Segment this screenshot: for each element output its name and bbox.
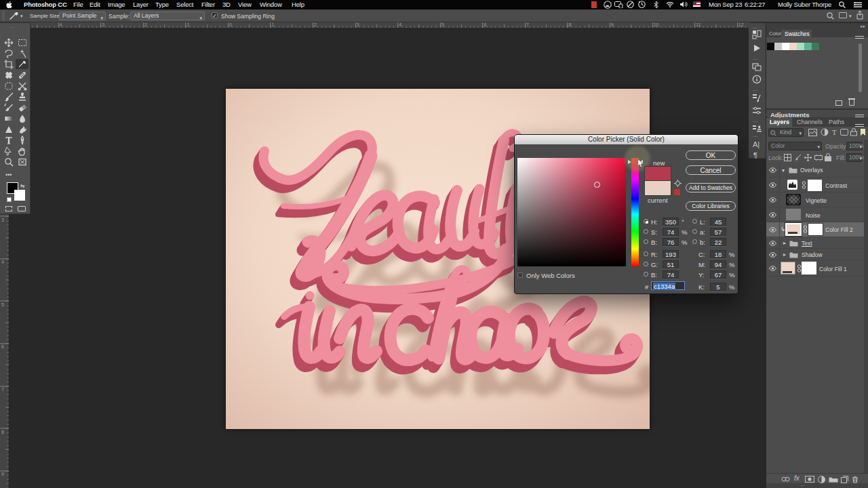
svg-text:¶: ¶	[753, 151, 757, 159]
svg-text:A|: A|	[753, 140, 760, 148]
svg-text:☁: ☁	[605, 3, 610, 7]
